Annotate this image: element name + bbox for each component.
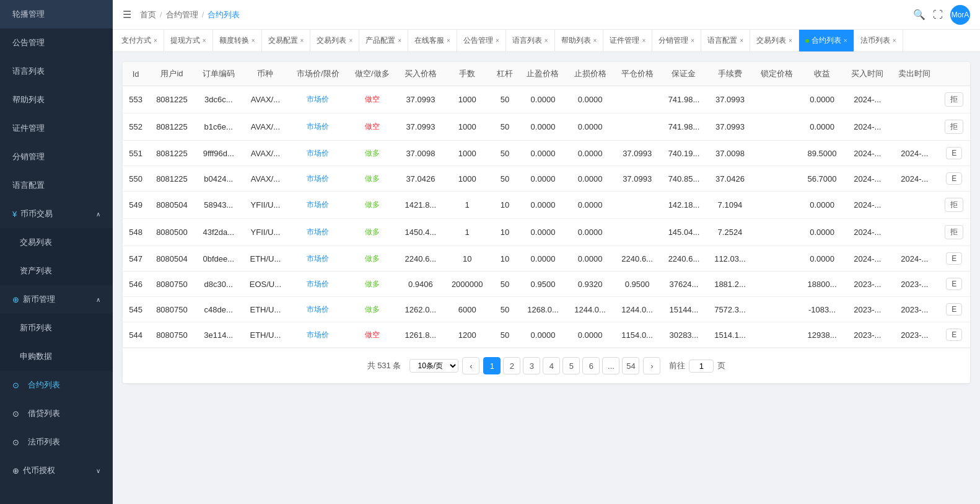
cell-fee: 37.0426 bbox=[707, 166, 753, 192]
tab-close-icon[interactable]: × bbox=[349, 37, 352, 44]
sidebar-item-language-list[interactable]: 语言列表 bbox=[0, 57, 113, 86]
tab-close-icon[interactable]: × bbox=[154, 37, 157, 44]
action-button[interactable]: E bbox=[946, 278, 962, 290]
action-button[interactable]: E bbox=[946, 172, 962, 185]
tab-close-icon[interactable]: × bbox=[893, 37, 896, 44]
page-button-2[interactable]: 2 bbox=[503, 357, 520, 374]
sidebar-section-new-coin[interactable]: ⊕ 新币管理 ∧ bbox=[0, 285, 113, 314]
tab-close-icon[interactable]: × bbox=[593, 37, 597, 44]
cell-close-price bbox=[614, 86, 661, 113]
col-header-3: 币种 bbox=[242, 62, 289, 86]
breadcrumb-contract-mgmt[interactable]: 合约管理 bbox=[166, 9, 198, 20]
tab-产品配置[interactable]: 产品配置× bbox=[359, 30, 408, 52]
cell-action: E bbox=[938, 272, 970, 297]
action-button[interactable]: 拒 bbox=[945, 92, 963, 107]
tab-close-icon[interactable]: × bbox=[642, 37, 645, 44]
action-button[interactable]: E bbox=[946, 303, 962, 316]
sidebar-item-trade-list[interactable]: 交易列表 bbox=[0, 228, 113, 257]
contract-table: Id用户id订单编码币种市场价/限价做空/做多买入价格手数杠杆止盈价格止损价格平… bbox=[123, 62, 970, 348]
tab-close-icon[interactable]: × bbox=[398, 37, 401, 44]
search-icon[interactable]: 🔍 bbox=[913, 9, 925, 20]
cell-order-code: d8c30... bbox=[195, 272, 242, 297]
tab-close-icon[interactable]: × bbox=[496, 37, 499, 44]
cell-buy-time: 2024-... bbox=[844, 166, 891, 192]
cell-buy-price: 2240.6... bbox=[397, 246, 444, 272]
topbar: ☰ 首页 / 合约管理 / 合约列表 🔍 ⛶ MorA bbox=[113, 0, 980, 30]
cell-lock-price bbox=[753, 141, 800, 166]
tab-证件管理[interactable]: 证件管理× bbox=[603, 30, 652, 52]
tab-close-icon[interactable]: × bbox=[252, 37, 255, 44]
tab-提现方式[interactable]: 提现方式× bbox=[164, 30, 213, 52]
tab-close-icon[interactable]: × bbox=[844, 37, 847, 44]
action-button[interactable]: E bbox=[946, 252, 962, 265]
cell-id: 546 bbox=[123, 272, 149, 297]
page-button-1[interactable]: 1 bbox=[483, 357, 501, 374]
next-page-button[interactable]: › bbox=[643, 357, 660, 374]
page-size-select[interactable]: 10条/页 bbox=[409, 359, 458, 373]
cell-buy-time: 2023-... bbox=[844, 272, 891, 297]
tab-close-icon[interactable]: × bbox=[789, 37, 792, 44]
tab-close-icon[interactable]: × bbox=[300, 37, 304, 44]
page-button-4[interactable]: 4 bbox=[543, 357, 560, 374]
tab-交易配置[interactable]: 交易配置× bbox=[262, 30, 311, 52]
sidebar-item-subscribe-data[interactable]: 申购数据 bbox=[0, 342, 113, 371]
tab-语言配置[interactable]: 语言配置× bbox=[701, 30, 750, 52]
cell-close-price: 2240.6... bbox=[614, 246, 661, 272]
avatar[interactable]: MorA bbox=[950, 5, 970, 25]
tab-close-icon[interactable]: × bbox=[691, 37, 694, 44]
action-button[interactable]: 拒 bbox=[945, 225, 963, 239]
table-row: 55380812253dc6c...AVAX/...市场价做空37.099310… bbox=[123, 86, 970, 113]
prev-page-button[interactable]: ‹ bbox=[462, 357, 479, 374]
tab-在线客服[interactable]: 在线客服× bbox=[408, 30, 457, 52]
sidebar-item-new-coin-list[interactable]: 新币列表 bbox=[0, 314, 113, 342]
sidebar-item-fiat-list[interactable]: ⊙ 法币列表 bbox=[0, 428, 113, 456]
cell-direction: 做多 bbox=[348, 219, 397, 246]
action-button[interactable]: E bbox=[946, 329, 962, 341]
sidebar-item-distribution[interactable]: 分销管理 bbox=[0, 143, 113, 171]
table-card: Id用户id订单编码币种市场价/限价做空/做多买入价格手数杠杆止盈价格止损价格平… bbox=[123, 62, 970, 383]
tab-公告管理[interactable]: 公告管理× bbox=[457, 30, 506, 52]
tab-额度转换[interactable]: 额度转换× bbox=[213, 30, 262, 52]
sidebar-item-lang-config[interactable]: 语言配置 bbox=[0, 171, 113, 200]
tab-交易列表[interactable]: 交易列表× bbox=[750, 30, 799, 52]
action-button[interactable]: 拒 bbox=[945, 198, 963, 212]
tab-合约列表[interactable]: 合约列表× bbox=[799, 30, 854, 52]
page-jump-input[interactable] bbox=[689, 360, 714, 373]
tab-支付方式[interactable]: 支付方式× bbox=[115, 30, 164, 52]
breadcrumb-home[interactable]: 首页 bbox=[140, 9, 156, 20]
fullscreen-icon[interactable]: ⛶ bbox=[933, 9, 943, 20]
action-button[interactable]: 拒 bbox=[945, 120, 963, 134]
action-button[interactable]: E bbox=[946, 147, 962, 159]
tab-close-icon[interactable]: × bbox=[740, 37, 743, 44]
page-button-3[interactable]: 3 bbox=[523, 357, 540, 374]
page-button-5[interactable]: 5 bbox=[562, 357, 580, 374]
tab-交易列表[interactable]: 交易列表× bbox=[310, 30, 359, 52]
sidebar-item-help-list[interactable]: 帮助列表 bbox=[0, 86, 113, 114]
tab-分销管理[interactable]: 分销管理× bbox=[652, 30, 701, 52]
cell-sell-time bbox=[891, 113, 938, 141]
sidebar-item-asset-list[interactable]: 资产列表 bbox=[0, 257, 113, 285]
page-button-6[interactable]: 6 bbox=[582, 357, 600, 374]
sidebar-item-contract-list[interactable]: ⊙ 合约列表 bbox=[0, 371, 113, 399]
tab-帮助列表[interactable]: 帮助列表× bbox=[555, 30, 604, 52]
sidebar-item-banner[interactable]: 轮播管理 bbox=[0, 0, 113, 29]
tab-法币列表[interactable]: 法币列表× bbox=[854, 30, 903, 52]
cell-buy-price: 1262.0... bbox=[397, 297, 444, 322]
menu-toggle-icon[interactable]: ☰ bbox=[123, 9, 131, 20]
sidebar-item-loan-list[interactable]: ⊙ 借贷列表 bbox=[0, 399, 113, 428]
direction-tag: 做空 bbox=[365, 330, 380, 339]
tab-close-icon[interactable]: × bbox=[545, 37, 548, 44]
sidebar-section-token-auth[interactable]: ⊕ 代币授权 ∨ bbox=[0, 456, 113, 485]
sidebar-label-help-list: 帮助列表 bbox=[12, 94, 45, 105]
cell-margin: 740.85... bbox=[661, 166, 707, 192]
tab-close-icon[interactable]: × bbox=[203, 37, 206, 44]
sidebar-section-coin-trade[interactable]: ¥ 币币交易 ∧ bbox=[0, 200, 113, 228]
sidebar-label-contract-list: 合约列表 bbox=[28, 379, 60, 391]
sidebar-item-notice[interactable]: 公告管理 bbox=[0, 29, 113, 57]
cell-margin: 741.98... bbox=[661, 86, 707, 113]
tab-close-icon[interactable]: × bbox=[447, 37, 450, 44]
page-button-54[interactable]: 54 bbox=[622, 357, 639, 374]
sidebar-item-cert[interactable]: 证件管理 bbox=[0, 114, 113, 143]
cell-direction: 做多 bbox=[348, 192, 397, 219]
tab-语言列表[interactable]: 语言列表× bbox=[506, 30, 555, 52]
